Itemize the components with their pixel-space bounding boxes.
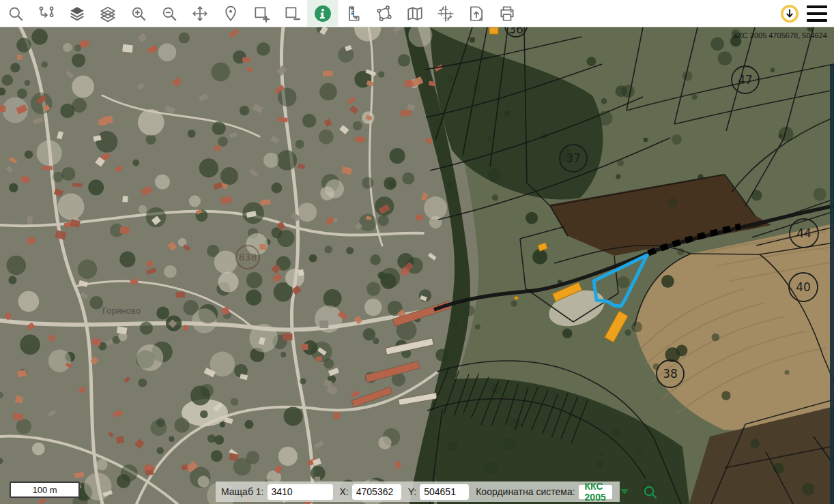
zoom-window-out-tool-button[interactable] (276, 0, 307, 27)
measure-distance-tool-button[interactable] (338, 0, 369, 27)
scale-label: Мащаб 1: (221, 486, 264, 497)
map-canvas[interactable]: 36 37 47 44 40 38 838 Горяново ККС 2005 … (0, 27, 834, 504)
search-tool-button[interactable] (0, 0, 31, 27)
print-icon (498, 5, 516, 23)
scale-bar: 100 m (10, 481, 80, 498)
zoom-window-out-icon (283, 5, 301, 23)
route-select-icon (38, 5, 55, 23)
highlighted-building[interactable] (489, 27, 498, 34)
zoom-in-tool-button[interactable] (123, 0, 154, 27)
base-layers-tool-button[interactable] (61, 0, 92, 27)
base-layers-icon (68, 5, 86, 23)
layers-icon (99, 5, 117, 23)
layers-tool-button[interactable] (92, 0, 123, 27)
svg-text:838: 838 (239, 252, 257, 263)
export-tool-button[interactable] (461, 0, 491, 27)
scale-bar-label: 100 m (32, 485, 57, 495)
map-overview-icon (406, 5, 424, 23)
download-circle-icon (779, 3, 800, 25)
identify-info-icon (314, 5, 332, 23)
locate-pin-icon (222, 5, 240, 23)
x-coordinate-input[interactable] (352, 484, 401, 500)
measure-area-tool-button[interactable] (369, 0, 399, 27)
print-tool-button[interactable] (491, 0, 522, 27)
svg-text:38: 38 (663, 367, 678, 381)
locate-tool-button[interactable] (215, 0, 246, 27)
x-label: X: (340, 486, 349, 497)
toolbar (0, 0, 834, 27)
search-icon (642, 484, 658, 500)
coordinate-grid-tool-button[interactable] (430, 0, 461, 27)
scale-input[interactable] (268, 484, 333, 500)
svg-text:44: 44 (796, 226, 811, 240)
statusbar-search-button[interactable] (642, 484, 658, 500)
coordinate-grid-icon (437, 5, 455, 23)
measure-area-icon (375, 5, 393, 23)
search-icon (7, 5, 25, 23)
pan-tool-button[interactable] (184, 0, 215, 27)
measure-distance-icon (345, 5, 362, 23)
map-overview-tool-button[interactable] (399, 0, 430, 27)
y-coordinate-input[interactable] (420, 484, 469, 500)
svg-text:36: 36 (508, 27, 523, 36)
export-icon (468, 5, 485, 23)
svg-text:47: 47 (738, 73, 753, 87)
crs-selected-value[interactable]: ККС 2005 (579, 485, 612, 499)
hamburger-menu-icon (807, 5, 827, 8)
zoom-in-icon (130, 5, 147, 23)
cursor-coordinates-overlay: ККС 2005 4705678, 504624 (734, 31, 827, 40)
chevron-down-icon[interactable] (620, 489, 629, 494)
highlighted-building[interactable] (515, 297, 518, 299)
svg-text:40: 40 (796, 280, 811, 294)
y-label: Y: (408, 486, 416, 497)
village-name-label: Горяново (102, 306, 141, 316)
zoom-window-in-tool-button[interactable] (246, 0, 276, 27)
pan-icon (191, 5, 209, 23)
zoom-window-in-icon (253, 5, 270, 23)
route-select-tool-button[interactable] (31, 0, 61, 27)
crs-label: Координатна система: (476, 486, 575, 497)
download-button[interactable] (779, 3, 800, 24)
zoom-out-icon (160, 5, 178, 23)
hamburger-menu-button[interactable] (807, 4, 827, 23)
map-right-edge (830, 65, 834, 504)
status-bar: Мащаб 1: X: Y: Координатна система: ККС … (216, 481, 620, 502)
identify-tool-button[interactable] (307, 0, 338, 27)
zoom-out-tool-button[interactable] (154, 0, 184, 27)
svg-text:37: 37 (566, 151, 581, 165)
